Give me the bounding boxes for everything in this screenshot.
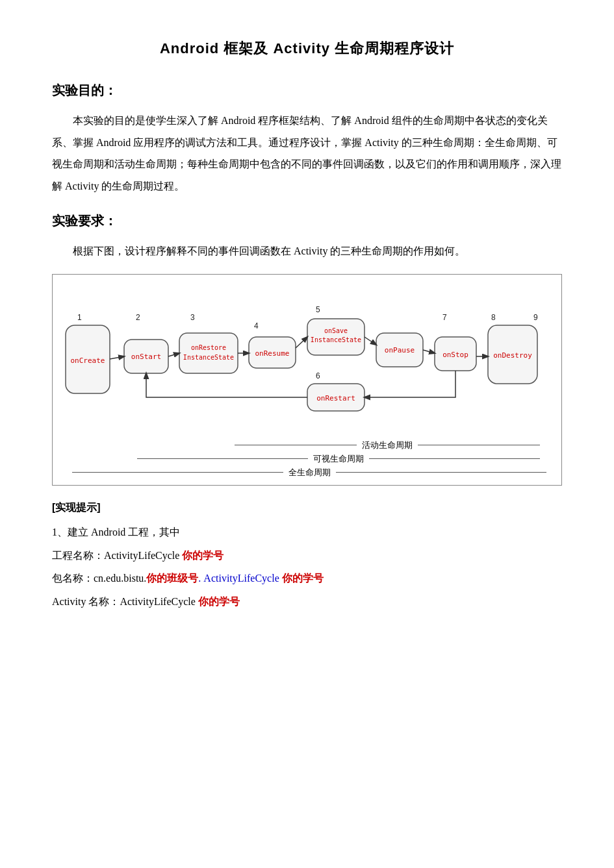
section-requirements: 实验要求： 根据下图，设计程序解释不同的事件回调函数在 Activity 的三种… xyxy=(52,212,562,486)
impl-line-1-text: 1、建立 Android 工程，其中 xyxy=(52,527,180,538)
lifecycle-svg: 1 2 3 4 5 7 8 9 onCreate onStart onResto… xyxy=(59,286,559,436)
svg-text:onRestart: onRestart xyxy=(316,394,355,403)
svg-text:InstanceState: InstanceState xyxy=(183,354,234,361)
svg-text:9: 9 xyxy=(533,313,538,322)
svg-text:onStart: onStart xyxy=(131,353,161,361)
svg-rect-12 xyxy=(179,333,238,373)
svg-line-33 xyxy=(365,337,376,345)
impl-package-label: 包名称：cn.edu.bistu. xyxy=(52,573,146,584)
svg-text:1: 1 xyxy=(77,313,82,322)
svg-text:onPause: onPause xyxy=(385,346,415,354)
svg-text:onRestore: onRestore xyxy=(191,344,226,351)
impl-activity-student-id: 你的学号 xyxy=(198,596,240,607)
impl-class-num: 你的班级号 xyxy=(146,573,198,584)
svg-text:7: 7 xyxy=(442,313,447,322)
svg-text:6: 6 xyxy=(316,371,320,380)
impl-line-2: 工程名称：ActivityLifeCycle 你的学号 xyxy=(52,545,562,567)
svg-text:5: 5 xyxy=(316,305,320,314)
impl-line-3: 包名称：cn.edu.bistu.你的班级号. ActivityLifeCycl… xyxy=(52,567,562,589)
impl-activity-label: Activity 名称：ActivityLifeCycle xyxy=(52,596,198,607)
label-full-lifecycle: 全生命周期 xyxy=(283,467,336,478)
impl-line-4: Activity 名称：ActivityLifeCycle 你的学号 xyxy=(52,591,562,613)
section-purpose: 实验目的： 本实验的目的是使学生深入了解 Android 程序框架结构、了解 A… xyxy=(52,82,562,197)
impl-project-name-label: 工程名称：ActivityLifeCycle xyxy=(52,550,182,561)
section-purpose-heading: 实验目的： xyxy=(52,82,562,99)
svg-line-32 xyxy=(296,337,307,348)
svg-text:onCreate: onCreate xyxy=(71,356,105,365)
svg-text:8: 8 xyxy=(491,313,496,322)
impl-package-mid: . ActivityLifeCycle xyxy=(198,573,281,584)
lifecycle-diagram: 1 2 3 4 5 7 8 9 onCreate onStart onResto… xyxy=(52,274,562,486)
svg-text:InstanceState: InstanceState xyxy=(311,336,361,343)
impl-line-1: 1、建立 Android 工程，其中 xyxy=(52,521,562,543)
section-requirements-content: 根据下图，设计程序解释不同的事件回调函数在 Activity 的三种生命周期的作… xyxy=(52,240,562,262)
svg-line-34 xyxy=(423,350,435,353)
svg-text:2: 2 xyxy=(136,313,140,322)
svg-text:onResume: onResume xyxy=(255,349,290,358)
svg-line-30 xyxy=(168,353,179,356)
impl-heading: [实现提示] xyxy=(52,501,562,515)
svg-text:onSave: onSave xyxy=(324,327,348,334)
svg-line-29 xyxy=(110,356,124,359)
impl-package-student-id: 你的学号 xyxy=(282,573,324,584)
impl-section: [实现提示] 1、建立 Android 工程，其中 工程名称：ActivityL… xyxy=(52,501,562,612)
svg-text:3: 3 xyxy=(190,313,195,322)
svg-text:4: 4 xyxy=(254,321,259,330)
label-visible-lifecycle: 可视生命周期 xyxy=(308,453,369,465)
impl-project-name-value: 你的学号 xyxy=(182,550,224,561)
svg-text:onDestroy: onDestroy xyxy=(493,351,532,360)
svg-text:onStop: onStop xyxy=(442,351,468,359)
section-purpose-content: 本实验的目的是使学生深入了解 Android 程序框架结构、了解 Android… xyxy=(52,110,562,197)
label-active-lifecycle: 活动生命周期 xyxy=(357,440,418,451)
section-requirements-heading: 实验要求： xyxy=(52,212,562,230)
page-title: Android 框架及 Activity 生命周期程序设计 xyxy=(52,39,562,58)
